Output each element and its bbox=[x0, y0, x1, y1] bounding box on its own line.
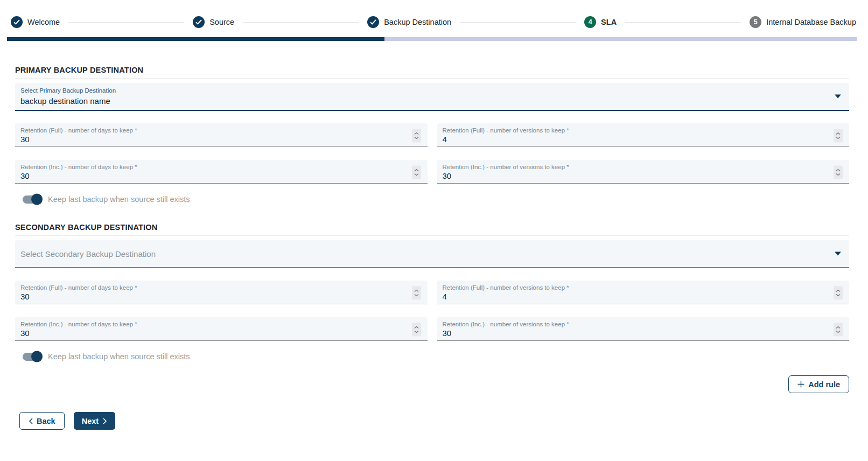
primary-keep-last-backup-row: Keep last backup when source still exist… bbox=[23, 195, 849, 204]
stepper-step-sla[interactable]: 4SLA bbox=[584, 16, 617, 28]
secondary-retention-inc-versions-input[interactable] bbox=[443, 329, 731, 338]
spinner-down-icon bbox=[836, 173, 841, 176]
spinner-up-icon bbox=[414, 169, 419, 171]
step-number-circle: 5 bbox=[750, 16, 761, 28]
step-check-circle bbox=[11, 16, 23, 28]
number-stepper[interactable] bbox=[834, 165, 843, 179]
secondary-retention-inc-days-field: Retention (Inc.) - number of days to kee… bbox=[15, 317, 428, 341]
primary-keep-last-backup-toggle[interactable] bbox=[23, 195, 41, 204]
spinner-down-icon bbox=[836, 330, 841, 333]
step-connector bbox=[460, 22, 576, 23]
spinner-up-icon bbox=[836, 289, 841, 292]
field-label: Retention (Full) - number of versions to… bbox=[443, 127, 569, 134]
progress-track bbox=[384, 37, 857, 41]
spinner-down-icon bbox=[836, 136, 841, 139]
primary-retention-inc-versions-field: Retention (Inc.) - number of versions to… bbox=[437, 160, 850, 184]
primary-destination-select-value: backup destination name bbox=[20, 96, 110, 106]
step-connector bbox=[243, 22, 359, 23]
secondary-retention-full-days-field: Retention (Full) - number of days to kee… bbox=[15, 281, 428, 304]
spinner-down-icon bbox=[414, 294, 419, 296]
primary-retention-grid: Retention (Full) - number of days to kee… bbox=[15, 123, 849, 184]
check-icon bbox=[195, 19, 202, 25]
progress-fill bbox=[7, 37, 384, 41]
primary-retention-full-days-field: Retention (Full) - number of days to kee… bbox=[15, 123, 428, 147]
field-label: Retention (Inc.) - number of versions to… bbox=[443, 164, 569, 170]
primary-retention-inc-versions-input[interactable] bbox=[443, 171, 731, 180]
secondary-destination-select[interactable]: Select Secondary Backup Destination bbox=[15, 240, 849, 268]
primary-section-title: PRIMARY BACKUP DESTINATION bbox=[15, 66, 849, 74]
toggle-thumb bbox=[31, 194, 43, 205]
stepper-step-source[interactable]: Source bbox=[193, 16, 234, 28]
chevron-down-icon bbox=[835, 252, 841, 256]
chevron-down-icon bbox=[835, 95, 841, 99]
number-stepper[interactable] bbox=[834, 286, 843, 299]
step-label: Internal Database Backup bbox=[766, 18, 856, 26]
next-button[interactable]: Next bbox=[74, 412, 115, 430]
step-check-circle bbox=[367, 16, 379, 28]
wizard-stepper: WelcomeSourceBackup Destination4SLA5Inte… bbox=[0, 0, 868, 28]
number-stepper[interactable] bbox=[412, 323, 421, 336]
secondary-retention-inc-versions-field: Retention (Inc.) - number of versions to… bbox=[437, 317, 850, 341]
stepper-step-backup-destination[interactable]: Backup Destination bbox=[367, 16, 451, 28]
secondary-retention-grid: Retention (Full) - number of days to kee… bbox=[15, 281, 849, 341]
secondary-keep-last-backup-row: Keep last backup when source still exist… bbox=[23, 352, 849, 361]
back-button[interactable]: Back bbox=[19, 412, 65, 430]
spinner-up-icon bbox=[414, 326, 419, 329]
primary-retention-full-versions-field: Retention (Full) - number of versions to… bbox=[437, 123, 850, 147]
spinner-up-icon bbox=[414, 132, 419, 135]
spinner-up-icon bbox=[836, 326, 841, 329]
primary-keep-last-backup-label: Keep last backup when source still exist… bbox=[48, 195, 190, 204]
primary-retention-full-days-input[interactable] bbox=[20, 135, 309, 144]
add-rule-row: Add rule bbox=[15, 375, 849, 393]
stepper-step-welcome[interactable]: Welcome bbox=[11, 16, 60, 28]
field-label: Retention (Full) - number of versions to… bbox=[443, 284, 569, 291]
spinner-down-icon bbox=[414, 330, 419, 333]
check-icon bbox=[370, 19, 376, 25]
spinner-down-icon bbox=[414, 173, 419, 176]
step-number-circle: 4 bbox=[584, 16, 596, 28]
primary-retention-inc-days-input[interactable] bbox=[20, 171, 309, 180]
secondary-retention-full-days-input[interactable] bbox=[20, 292, 309, 301]
secondary-retention-inc-days-input[interactable] bbox=[20, 329, 309, 338]
field-label: Retention (Inc.) - number of versions to… bbox=[443, 321, 569, 327]
number-stepper[interactable] bbox=[834, 129, 843, 142]
spinner-up-icon bbox=[414, 289, 419, 292]
number-stepper[interactable] bbox=[412, 129, 421, 142]
primary-destination-select[interactable]: Select Primary Backup Destination backup… bbox=[15, 83, 849, 111]
add-rule-label: Add rule bbox=[808, 380, 840, 389]
number-stepper[interactable] bbox=[412, 165, 421, 179]
primary-retention-full-versions-input[interactable] bbox=[443, 135, 731, 144]
spinner-down-icon bbox=[414, 136, 419, 139]
section-divider bbox=[15, 235, 849, 236]
primary-destination-select-label: Select Primary Backup Destination bbox=[20, 87, 116, 94]
plus-icon bbox=[797, 381, 804, 388]
step-label: Backup Destination bbox=[384, 18, 451, 26]
number-stepper[interactable] bbox=[834, 323, 843, 336]
secondary-retention-full-versions-field: Retention (Full) - number of versions to… bbox=[437, 281, 850, 304]
wizard-progress-bar bbox=[7, 37, 857, 41]
number-stepper[interactable] bbox=[412, 286, 421, 299]
chevron-left-icon bbox=[29, 418, 33, 424]
wizard-nav-actions: Back Next bbox=[19, 412, 868, 430]
secondary-retention-full-versions-input[interactable] bbox=[443, 292, 731, 301]
chevron-right-icon bbox=[103, 418, 107, 424]
check-icon bbox=[13, 19, 20, 25]
step-label: Source bbox=[209, 18, 234, 26]
spinner-up-icon bbox=[836, 132, 841, 135]
field-label: Retention (Inc.) - number of days to kee… bbox=[20, 164, 137, 170]
secondary-section-title: SECONDARY BACKUP DESTINATION bbox=[15, 223, 849, 232]
field-label: Retention (Inc.) - number of days to kee… bbox=[20, 321, 137, 327]
next-label: Next bbox=[82, 417, 99, 425]
secondary-destination-placeholder: Select Secondary Backup Destination bbox=[20, 249, 156, 259]
step-connector bbox=[68, 22, 184, 23]
stepper-step-internal-database-backup[interactable]: 5Internal Database Backup bbox=[750, 16, 856, 28]
secondary-keep-last-backup-toggle[interactable] bbox=[23, 353, 41, 361]
field-label: Retention (Full) - number of days to kee… bbox=[20, 127, 137, 134]
secondary-keep-last-backup-label: Keep last backup when source still exist… bbox=[48, 352, 190, 361]
toggle-thumb bbox=[31, 351, 43, 362]
spinner-down-icon bbox=[836, 294, 841, 296]
spinner-up-icon bbox=[836, 169, 841, 171]
step-check-circle bbox=[193, 16, 205, 28]
step-connector bbox=[625, 22, 741, 23]
add-rule-button[interactable]: Add rule bbox=[788, 375, 849, 393]
